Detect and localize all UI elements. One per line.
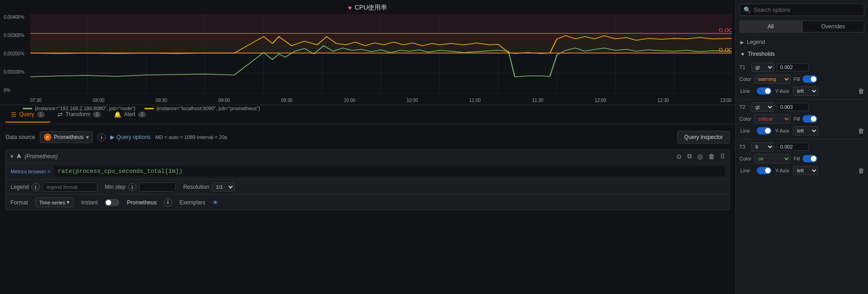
t1-value-input[interactable] [777,63,809,71]
collapse-icon[interactable]: ▾ [11,153,13,160]
t2-fill-toggle[interactable] [803,115,817,123]
y-label-5: 0% [4,88,26,93]
chart-legend: {instance="192.168.2.186:8080", job="nod… [0,104,735,113]
t1-color-row: Color warningcriticalok Fill [739,75,864,84]
legend-line-1 [23,108,32,109]
legend-label: Legend [11,184,29,190]
query-row-a-header: ▾ A (Prometheus) ⊙ ⧉ ◎ 🗑 ⠿ [6,150,729,163]
t2-delete-icon[interactable]: 🗑 [858,127,864,134]
options-row: Legend ℹ Min step ℹ Resolution 1/1 1/2 1… [6,179,729,194]
t2-color-label: Color [739,116,751,122]
datasource-select[interactable]: P Prometheus ▾ [40,131,93,143]
remove-query-icon[interactable]: 🗑 [708,153,715,160]
prometheus-text: Prometheus [127,199,156,206]
x-label-3: 08:30 [156,98,167,103]
t1-line-row: Line Y-Axis leftright 🗑 [739,86,864,96]
t2-fill-label: Fill [793,116,800,122]
t2-line-toggle[interactable] [757,127,771,134]
t2-label: T2 [739,104,749,110]
y-label-3: 0.00200% [4,51,26,56]
thresholds-section-header[interactable]: ▼ Thresholds [739,49,864,59]
t3-op-select[interactable]: ltgt [751,142,774,151]
x-label-4: 09:00 [218,98,230,103]
t3-delete-icon[interactable]: 🗑 [858,167,864,174]
chart-container: ♥ CPU使用率 0.00400% 0.00300% 0.00200% 0.00… [0,0,735,105]
query-input-field[interactable] [54,166,725,176]
query-inspector-button[interactable]: Query inspector [677,131,730,144]
threshold-row-t1: T1 gtltgtelte [739,63,864,72]
metrics-browser-button[interactable]: Metrics browser > [11,169,50,174]
query-area: Data source P Prometheus ▾ ℹ ▶ Query opt… [0,124,735,214]
t3-line-label: Line [740,168,753,173]
chart-title-text: CPU使用率 [355,4,388,12]
query-options-label: Query options [116,134,151,140]
t2-op-select[interactable]: gtlt [751,102,774,112]
x-label-6: 10:00 [344,98,355,103]
legend-section-header[interactable]: ▶ Legend [739,37,864,47]
t3-label: T3 [739,144,749,150]
query-letter-a: A [17,153,21,160]
prometheus-info-icon[interactable]: ℹ [164,198,172,207]
minstep-input[interactable] [139,182,176,192]
format-chevron-icon: ▾ [67,199,70,205]
t1-yaxis-select[interactable]: leftright [793,86,818,96]
t3-yaxis-select[interactable]: leftright [793,166,818,175]
x-label-1: 07:30 [30,98,42,103]
x-label-10: 12:00 [595,98,606,103]
t1-line-toggle[interactable] [757,87,771,95]
search-bar: 🔍 [739,4,864,16]
datasource-row: Data source P Prometheus ▾ ℹ ▶ Query opt… [5,128,730,146]
t2-value-input[interactable] [777,103,809,111]
x-label-8: 11:00 [469,98,481,103]
duplicate-icon[interactable]: ⧉ [687,152,692,160]
x-label-7: 10:30 [406,98,418,103]
resolution-select[interactable]: 1/1 1/2 1/3 [212,182,235,192]
resolution-group: Resolution 1/1 1/2 1/3 [183,182,235,192]
datasource-label: Data source [5,134,35,140]
t1-color-select[interactable]: warningcriticalok [754,75,791,84]
t1-op-select[interactable]: gtltgtelte [751,63,774,72]
t3-color-select[interactable]: okwarningcritical [754,154,791,163]
t3-color-label: Color [739,156,751,161]
t3-fill-toggle[interactable] [803,155,817,162]
add-query-icon[interactable]: ⊙ [676,153,682,160]
t1-color-label: Color [739,76,751,82]
y-label-4: 0.00100% [4,69,26,75]
legend-info-icon[interactable]: ℹ [32,183,40,191]
t3-value-input[interactable] [777,143,809,151]
minstep-group: Min step ℹ [105,182,176,192]
legend-section-label: Legend [747,39,765,45]
legend-item-2: {instance="localhost:9090", job="prometh… [145,106,260,111]
format-select[interactable]: Time series ▾ [35,198,74,207]
drag-handle-icon[interactable]: ⠿ [720,153,725,160]
panel-tab-all[interactable]: All [739,21,802,32]
threshold-row-t2: T2 gtlt [739,102,864,112]
t3-fill-label: Fill [793,156,800,161]
t1-fill-toggle[interactable] [803,75,817,83]
chart-title: ♥ CPU使用率 [0,4,735,12]
query-options-chevron: ▶ [110,134,114,140]
toggle-visibility-icon[interactable]: ◎ [697,153,703,160]
resolution-label: Resolution [183,184,209,190]
t2-yaxis-select[interactable]: leftright [793,126,818,135]
t2-color-row: Color criticalwarningok Fill [739,114,864,123]
right-panel: 🔍 All Overrides ▶ Legend ▼ Thresholds T1… [735,0,868,294]
t3-line-toggle[interactable] [757,167,771,174]
heart-icon: ♥ [348,4,352,11]
t1-label: T1 [739,64,749,70]
search-options-input[interactable] [754,7,860,13]
instant-toggle[interactable] [105,199,119,206]
exemplars-eye-icon[interactable]: 👁 [213,199,218,206]
svg-text:0.002: 0.002 [719,47,732,53]
panel-tab-overrides[interactable]: Overrides [802,21,865,32]
query-options-button[interactable]: ▶ Query options [110,134,151,140]
main-panel: ♥ CPU使用率 0.00400% 0.00300% 0.00200% 0.00… [0,0,735,294]
t2-color-select[interactable]: criticalwarningok [754,114,791,123]
legend-input[interactable] [43,182,97,192]
t1-delete-icon[interactable]: 🗑 [858,87,864,95]
legend-label-2: {instance="localhost:9090", job="prometh… [156,106,260,111]
datasource-info-icon[interactable]: ℹ [97,133,106,141]
t3-color-row: Color okwarningcritical Fill [739,154,864,163]
prometheus-icon: P [44,134,51,141]
minstep-info-icon[interactable]: ℹ [128,183,136,191]
